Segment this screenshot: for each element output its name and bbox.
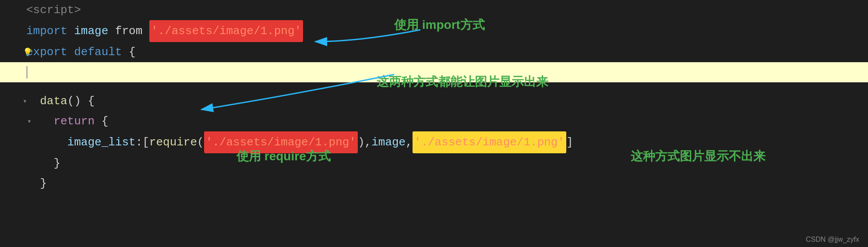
line-1-content: <script> [26,0,81,20]
cursor-line-content [26,66,28,78]
return-brace: { [102,111,109,131]
outer-brace-close: } [26,173,47,194]
export-keyword: export [26,42,74,62]
line-7: ▾ return { [0,111,868,131]
line-10: } [0,173,868,194]
fold-icon-2: ▾ [27,117,32,126]
close-bracket: ] [566,132,573,152]
script-tag: <script> [26,0,81,20]
from-keyword: from [115,21,149,41]
image-ref: image [371,132,406,152]
lightbulb-icon: 💡 [23,47,32,57]
data-parens: () { [67,91,95,111]
image-var: image [74,21,115,41]
annotation-both-ways: 这两种方式都能让图片显示出来 [377,74,548,90]
code-container: <script> import image from './assets/ima… [0,0,868,247]
import-path: './assets/image/1.png' [149,20,303,42]
data-method: data [26,91,67,111]
fold-icon: ▾ [23,97,27,106]
watermark: CSDN @jjw_zyfx [806,236,859,243]
line-6-content: data () { [26,91,95,111]
import-keyword: import [26,21,74,41]
line-3: 💡 export default { [0,42,868,62]
colon-bracket: :[ [136,132,149,152]
comma-2: , [406,132,413,152]
inner-brace-close: } [26,153,60,173]
annotation-import: 使用 import方式 [394,17,485,33]
line-7-content: return { [26,111,108,131]
line-10-content: } [26,173,47,194]
annotation-require: 使用 require方式 [236,148,331,165]
line-3-content: export default { [26,42,136,62]
line-2-content: import image from './assets/image/1.png' [26,20,303,42]
require-close-comma: ), [358,132,371,152]
require-fn: require [149,132,197,152]
return-keyword: return [26,111,102,131]
default-keyword: default [74,42,129,62]
annotation-no-display: 这种方式图片显示不出来 [631,148,766,165]
static-path: './assets/image/1.png' [413,131,566,153]
line-9-content: } [26,153,60,173]
brace-open: { [129,42,136,62]
text-cursor [26,66,28,78]
require-paren-open: ( [197,132,204,152]
line-6: ▾ data () { [0,91,868,111]
image-list-var: image_list [26,132,136,152]
